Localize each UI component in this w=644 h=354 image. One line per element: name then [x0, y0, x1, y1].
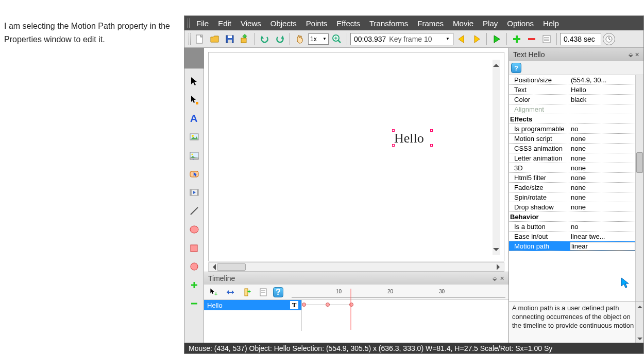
tl-sheet-button[interactable] — [257, 286, 270, 299]
undo-button[interactable] — [258, 32, 272, 46]
svg-rect-2 — [228, 36, 232, 38]
open-file-button[interactable] — [208, 32, 222, 46]
menu-points[interactable]: Points — [301, 19, 332, 28]
canvas-vscroll[interactable] — [493, 60, 500, 255]
add-button[interactable] — [510, 32, 523, 46]
timeline-title: Timeline — [208, 274, 235, 282]
clock-icon[interactable] — [603, 33, 615, 45]
canvas-hscroll[interactable] — [208, 262, 504, 272]
export-button[interactable] — [238, 32, 251, 46]
svg-line-30 — [191, 207, 198, 215]
tl-add-button[interactable]: + — [207, 286, 221, 299]
time-display[interactable]: 00:03.937Key frame 10▼ — [350, 33, 453, 45]
prop-is-a-button[interactable]: Is a buttonno — [509, 222, 635, 232]
minus-tool[interactable] — [188, 297, 201, 310]
prop-3d[interactable]: 3Dnone — [509, 163, 635, 173]
rect-tool[interactable] — [188, 241, 201, 255]
playhead[interactable] — [350, 289, 351, 330]
canvas-text-hello[interactable]: Hello — [394, 131, 424, 146]
timeline-track-area[interactable] — [302, 300, 509, 331]
properties-title: Text Hello — [513, 50, 545, 59]
menu-views[interactable]: Views — [236, 19, 266, 28]
selection-handle[interactable] — [392, 129, 395, 132]
zoom-in-button[interactable] — [330, 32, 344, 46]
menu-effects[interactable]: Effects — [332, 19, 365, 28]
prop-motion-script[interactable]: Motion scriptnone — [509, 134, 635, 144]
remove-button[interactable] — [525, 32, 538, 46]
prop-ease-in-out[interactable]: Ease in/outlinear twe... — [509, 232, 635, 241]
prop-css3-animation[interactable]: CSS3 animationnone — [509, 144, 635, 153]
zoom-select[interactable]: 1x▼ — [308, 33, 329, 45]
help-scrollbar[interactable] — [635, 302, 643, 344]
redo-button[interactable] — [273, 32, 286, 46]
tl-stretch-button[interactable] — [224, 286, 237, 299]
list-button[interactable] — [540, 32, 553, 46]
save-button[interactable] — [223, 32, 236, 46]
button-tool[interactable] — [188, 167, 201, 181]
new-file-button[interactable] — [193, 32, 207, 46]
prop-motion-path[interactable]: Motion pathlinear — [509, 241, 635, 251]
timeline-ruler[interactable]: 10 20 30 — [292, 287, 505, 298]
menu-frames[interactable]: Frames — [413, 19, 448, 28]
prop-alignment[interactable]: Alignment — [509, 104, 635, 114]
prev-frame-button[interactable] — [455, 32, 468, 46]
prop-text[interactable]: TextHello — [509, 85, 635, 95]
properties-help-button[interactable]: ? — [511, 63, 521, 73]
tl-help-button[interactable]: ? — [273, 287, 283, 297]
prop-effects[interactable]: Effects — [509, 114, 635, 124]
prop-is-programmable[interactable]: Is programmableno — [509, 124, 635, 134]
menu-transforms[interactable]: Transforms — [365, 19, 413, 28]
status-bar: Mouse: (434, 537) Object: Hello Selectio… — [184, 343, 643, 353]
direct-select-tool[interactable] — [188, 93, 201, 107]
menu-movie[interactable]: Movie — [448, 19, 478, 28]
svg-rect-32 — [191, 245, 197, 252]
menubar: FileEditViewsObjectsPointsEffectsTransfo… — [184, 16, 643, 30]
circle-tool[interactable] — [188, 260, 201, 273]
menu-edit[interactable]: Edit — [213, 19, 236, 28]
image-tool[interactable] — [188, 130, 201, 144]
timeline-row-hello[interactable]: Hello T — [204, 300, 301, 310]
text-tool[interactable]: A — [188, 112, 201, 125]
menu-help[interactable]: Help — [538, 19, 564, 28]
close-icon[interactable]: ✕ — [635, 51, 639, 58]
selection-handle[interactable] — [392, 144, 395, 147]
menu-play[interactable]: Play — [478, 19, 502, 28]
canvas[interactable]: Hello — [208, 52, 504, 261]
pin-icon[interactable]: ⬙ — [629, 51, 633, 58]
video-tool[interactable] — [188, 149, 201, 162]
line-tool[interactable] — [188, 204, 201, 218]
properties-scrollbar[interactable] — [635, 75, 643, 302]
app-window: FileEditViewsObjectsPointsEffectsTransfo… — [184, 15, 644, 354]
pin-icon[interactable]: ⬙ — [493, 275, 497, 282]
menu-options[interactable]: Options — [502, 19, 538, 28]
clip-tool[interactable] — [188, 186, 201, 199]
svg-text:+: + — [247, 288, 251, 295]
ellipse-tool[interactable] — [188, 223, 201, 236]
keyframe[interactable] — [302, 303, 306, 307]
tools-palette: A — [184, 48, 204, 344]
keyframe[interactable] — [326, 303, 330, 307]
prop-letter-animation[interactable]: Letter animationnone — [509, 153, 635, 163]
svg-rect-29 — [197, 189, 198, 196]
prop-position-size[interactable]: Position/size(554.9, 30... — [509, 75, 635, 85]
prop-behavior[interactable]: Behavior — [509, 212, 635, 222]
svg-point-24 — [191, 154, 193, 155]
prop-color[interactable]: Colorblack — [509, 95, 635, 104]
svg-line-6 — [338, 40, 341, 43]
prop-spin-rotate[interactable]: Spin/rotatenone — [509, 192, 635, 202]
menu-objects[interactable]: Objects — [266, 19, 301, 28]
play-button[interactable] — [490, 32, 503, 46]
menu-file[interactable]: File — [192, 19, 213, 28]
prop-fade-size[interactable]: Fade/sizenone — [509, 183, 635, 192]
duration-display[interactable]: 0.438 sec — [560, 33, 601, 45]
add-tool[interactable] — [188, 278, 201, 292]
prop-drop-shadow[interactable]: Drop shadownone — [509, 202, 635, 212]
prop-html5-filter[interactable]: Html5 filternone — [509, 173, 635, 183]
pan-button[interactable] — [293, 32, 307, 46]
selection-handle[interactable] — [430, 144, 433, 147]
tl-insert-button[interactable]: + — [240, 286, 253, 299]
selection-handle[interactable] — [430, 129, 433, 132]
close-icon[interactable]: ✕ — [500, 275, 504, 282]
select-tool[interactable] — [188, 75, 201, 88]
next-frame-button[interactable] — [470, 32, 483, 46]
